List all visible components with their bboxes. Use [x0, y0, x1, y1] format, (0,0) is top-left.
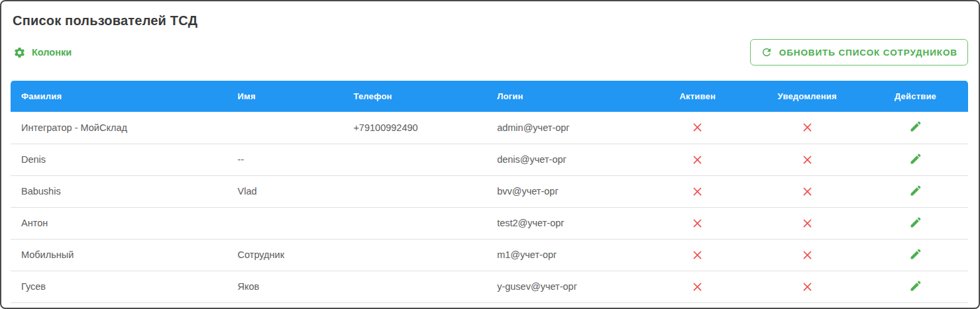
cross-icon [800, 185, 814, 199]
cell-notifications-status [751, 239, 863, 271]
edit-user-button[interactable] [908, 118, 924, 136]
cell-firstname: Яков [227, 271, 343, 302]
cell-firstname: -- [227, 144, 343, 175]
pencil-icon [909, 216, 922, 231]
cell-active-status [643, 175, 751, 207]
cell-phone [343, 239, 486, 271]
table-header: Фамилия Имя Телефон Логин Активен Уведом… [11, 81, 968, 112]
cell-notifications-status [751, 112, 863, 144]
table-body: Интегратор - МойСклад +79100992490 admin… [11, 112, 968, 302]
table-row: Антон test2@учет-орг [11, 207, 968, 239]
cell-lastname: Denis [11, 144, 227, 175]
pencil-icon [909, 184, 922, 199]
column-header-login: Логин [486, 81, 643, 112]
cell-lastname: Мобильный [11, 239, 227, 271]
cell-login: admin@учет-орг [486, 112, 643, 144]
cross-icon [690, 153, 704, 167]
refresh-button-label: ОБНОВИТЬ СПИСОК СОТРУДНИКОВ [779, 48, 957, 58]
toolbar: Колонки ОБНОВИТЬ СПИСОК СОТРУДНИКОВ [11, 39, 969, 66]
cross-icon [800, 216, 814, 230]
column-header-phone: Телефон [343, 81, 486, 112]
table-row: Гусев Яков y-gusev@учет-орг [11, 271, 968, 302]
column-header-lastname: Фамилия [11, 81, 227, 112]
cell-lastname: Babushis [11, 175, 227, 207]
edit-user-button[interactable] [908, 183, 924, 200]
cross-icon [690, 185, 704, 199]
cell-login: denis@учет-орг [486, 144, 643, 175]
cell-notifications-status [751, 271, 863, 302]
pencil-icon [909, 279, 922, 294]
cell-lastname: Антон [11, 207, 227, 239]
cell-login: test2@учет-орг [486, 207, 643, 239]
cross-icon [800, 248, 814, 262]
columns-button[interactable]: Колонки [11, 45, 74, 60]
column-header-active: Активен [643, 81, 751, 112]
cell-action [863, 112, 968, 144]
cell-notifications-status [751, 144, 863, 175]
cell-active-status [643, 207, 751, 239]
cell-login: y-gusev@учет-орг [486, 271, 643, 302]
cross-icon [690, 248, 704, 262]
column-header-notifications: Уведомления [751, 81, 863, 112]
refresh-employees-button[interactable]: ОБНОВИТЬ СПИСОК СОТРУДНИКОВ [750, 39, 968, 66]
pencil-icon [909, 152, 922, 167]
cell-phone [343, 175, 486, 207]
gear-icon [13, 46, 26, 59]
cross-icon [800, 120, 814, 134]
edit-user-button[interactable] [908, 278, 924, 296]
table-row: Denis -- denis@учет-орг [11, 144, 968, 175]
cell-login: m1@учет-орг [486, 239, 643, 271]
table-row: Мобильный Сотрудник m1@учет-орг [11, 239, 968, 271]
cross-icon [800, 153, 814, 167]
cell-active-status [643, 271, 751, 302]
users-table: Фамилия Имя Телефон Логин Активен Уведом… [11, 81, 968, 303]
cell-notifications-status [751, 175, 863, 207]
cell-lastname: Гусев [11, 271, 227, 302]
cell-active-status [643, 112, 751, 144]
columns-button-label: Колонки [32, 47, 72, 58]
cell-firstname [227, 207, 343, 239]
cell-action [863, 239, 968, 271]
column-header-action: Действие [863, 81, 968, 112]
cell-login: bvv@учет-орг [486, 175, 643, 207]
cell-active-status [643, 144, 751, 175]
edit-user-button[interactable] [908, 151, 924, 169]
cell-phone: +79100992490 [343, 112, 486, 144]
cell-lastname: Интегратор - МойСклад [11, 112, 227, 144]
cross-icon [690, 280, 704, 294]
pencil-icon [909, 120, 922, 135]
cross-icon [690, 216, 704, 230]
edit-user-button[interactable] [908, 214, 924, 232]
edit-user-button[interactable] [908, 246, 924, 264]
cell-action [863, 271, 968, 302]
cell-firstname: Vlad [227, 175, 343, 207]
column-header-firstname: Имя [227, 81, 343, 112]
cross-icon [800, 280, 814, 294]
cell-phone [343, 271, 486, 302]
cell-action [863, 175, 968, 207]
cell-active-status [643, 239, 751, 271]
cell-action [863, 144, 968, 175]
refresh-icon [761, 46, 773, 58]
tsd-users-card: Список пользователей ТСД Колонки ОБНОВИТ… [0, 0, 980, 309]
pencil-icon [909, 247, 922, 263]
cross-icon [690, 120, 704, 134]
cell-firstname: Сотрудник [227, 239, 343, 271]
cell-firstname [227, 112, 343, 144]
cell-action [863, 207, 968, 239]
cell-notifications-status [751, 207, 863, 239]
page-title: Список пользователей ТСД [13, 13, 969, 28]
cell-phone [343, 207, 486, 239]
table-row: Интегратор - МойСклад +79100992490 admin… [11, 112, 968, 144]
cell-phone [343, 144, 486, 175]
table-row: Babushis Vlad bvv@учет-орг [11, 175, 968, 207]
